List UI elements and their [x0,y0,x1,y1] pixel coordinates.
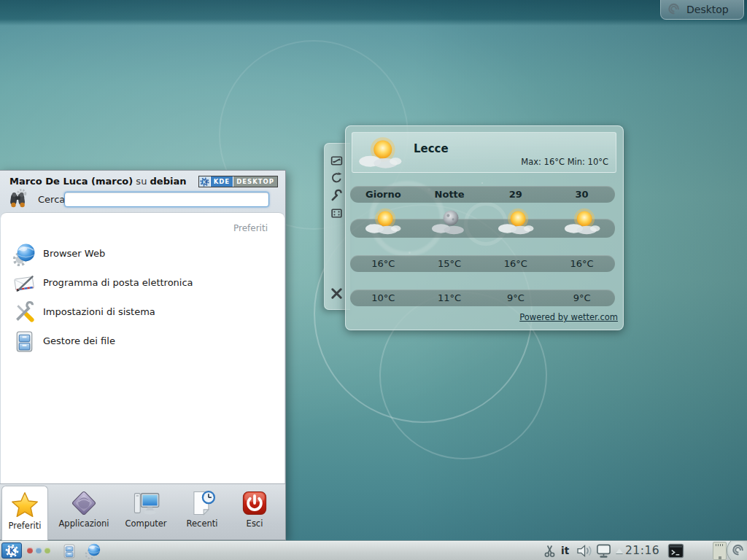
weather-column-label: 30 [549,186,615,203]
night-temp: 9°C [483,289,549,306]
menu-item-email[interactable]: Programma di posta elettronica [1,269,285,298]
kickoff-host: debian [150,176,187,187]
kickoff-content: Preferiti Browser Web Programma di posta… [1,212,285,483]
panel-cashew[interactable] [727,540,747,560]
kickoff-tabbar: Preferiti Applicazioni Computer Recenti … [0,483,285,540]
weather-night-temps-row: 10°C 11°C 9°C 9°C [350,289,615,306]
menu-item-label: Programma di posta elettronica [43,277,193,288]
web-browser-icon [12,242,36,266]
weather-column-label: Notte [417,186,483,203]
volume-icon[interactable] [576,544,594,558]
star-icon [10,491,39,520]
maximize-icon[interactable] [330,206,344,220]
day-temp: 16°C [549,255,615,272]
badge-desktop-label: DESKTOP [233,176,277,187]
close-icon[interactable] [330,287,344,300]
strip-marks [719,556,721,559]
pager-dot-green[interactable] [44,548,50,553]
computer-icon [131,489,160,518]
weather-max-min: Max: 16°C Min: 10°C [521,157,608,167]
keyboard-layout-indicator[interactable]: it [561,545,569,556]
weather-city: Lecce [414,142,449,155]
kickoff-title-connector: su [136,176,147,187]
menu-item-label: Browser Web [43,248,105,259]
rotate-icon[interactable] [330,171,344,185]
wetter-credit-link[interactable]: Powered by wetter.com [519,312,618,322]
digital-clock[interactable]: 21:16 [625,544,659,557]
configure-wrench-icon[interactable] [330,189,344,203]
day-temp: 15°C [417,255,483,272]
kde-gear-icon: K [200,177,209,187]
tab-label: Esci [225,518,284,529]
menu-item-system-settings[interactable]: Impostazioni di sistema [1,298,285,327]
network-icon[interactable] [595,543,612,559]
strip-marks [716,544,724,546]
weather-column-header-row: Giorno Notte 29 30 [350,186,615,203]
sun-cloud-icon [358,134,402,172]
night-temp: 10°C [350,289,417,306]
web-browser-launcher-icon[interactable] [85,542,101,559]
tab-recenti[interactable]: Recenti [173,484,231,540]
night-temp: 9°C [549,289,615,306]
resize-icon[interactable] [330,154,344,168]
weather-day-temps-row: 16°C 15°C 16°C 16°C [350,255,615,272]
kickoff-user: Marco De Luca (marco) [9,176,133,187]
sun-cloud-icon [498,206,534,237]
tab-esci[interactable]: Esci [225,484,284,540]
weather-condition-icons [350,206,615,237]
panel-applet-strip[interactable] [713,542,727,560]
cashew-icon [667,2,681,17]
file-manager-icon [12,330,36,354]
kickoff-user-title: Marco De Luca (marco) su debian [9,176,186,187]
tab-label: Recenti [173,518,231,529]
clipboard-scissors-icon[interactable] [543,544,557,558]
tab-label: Preferiti [2,521,47,531]
tab-applicazioni[interactable]: Applicazioni [55,484,113,540]
power-icon [240,489,269,518]
day-temp: 16°C [350,255,417,272]
pager-dot-red[interactable] [27,548,33,553]
email-icon [12,271,36,295]
applications-icon [69,489,98,518]
tab-label: Applicazioni [55,518,113,529]
weather-column-label: Giorno [350,186,417,203]
kmenu-launcher-button[interactable] [1,542,22,559]
tray-expand-arrow-icon[interactable] [616,548,623,553]
kde-desktop-badge: K KDE DESKTOP [198,176,278,187]
desktop-wallpaper: Desktop Lecce Max: 16°C Min: 10°C Giorno… [0,0,747,560]
svg-text:K: K [202,179,206,184]
pager-dot-blue[interactable] [36,548,42,553]
menu-item-label: Gestore dei file [43,335,115,346]
weather-header: Lecce Max: 16°C Min: 10°C [352,132,616,173]
kde-gear-icon [5,544,19,558]
menu-item-browser-web[interactable]: Browser Web [1,240,285,269]
konsole-icon[interactable] [667,543,684,559]
desktop-toolbox-label: Desktop [686,4,729,15]
system-settings-icon [12,300,36,324]
taskbar-panel: it 21:16 °C [0,540,747,560]
section-label: Preferiti [233,223,268,233]
kickoff-menu: Marco De Luca (marco) su debian K KDE DE… [0,170,286,540]
menu-item-label: Impostazioni di sistema [43,306,155,317]
menu-item-file-manager[interactable]: Gestore dei file [1,327,285,357]
file-manager-launcher-icon[interactable] [61,543,77,559]
sun-cloud-icon [365,206,401,237]
recent-documents-icon [187,489,217,518]
day-temp: 16°C [483,255,549,272]
desktop-toolbox[interactable]: Desktop [660,0,744,20]
weather-column-label: 29 [483,186,549,203]
weather-widget: Lecce Max: 16°C Min: 10°C Giorno Notte 2… [345,125,624,330]
search-binoculars-icon [7,188,29,210]
tab-label: Computer [117,518,175,529]
badge-kde-label: KDE [210,176,233,187]
sun-cloud-icon [564,206,600,237]
search-input[interactable] [64,192,269,207]
tab-preferiti[interactable]: Preferiti [1,486,48,540]
moon-cloud-icon [431,206,468,237]
tab-computer[interactable]: Computer [117,484,175,540]
night-temp: 11°C [417,289,483,306]
cashew-icon [731,543,746,558]
